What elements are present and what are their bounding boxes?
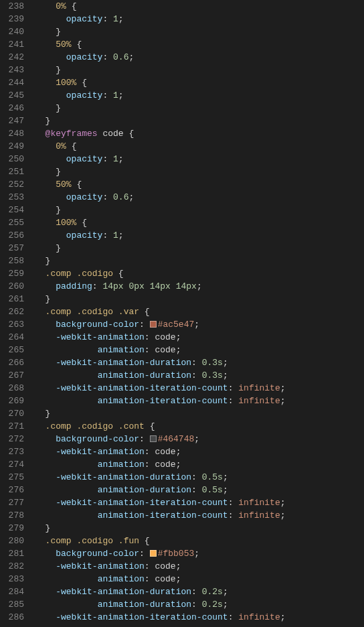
line-number: 247 [0,115,24,127]
line-number: 248 [0,127,24,140]
line-number: 286 [0,611,24,624]
line-number: 284 [0,585,24,598]
code-line[interactable]: } [35,25,364,38]
code-line[interactable]: } [35,102,364,115]
line-number: 282 [0,560,24,573]
line-number: 257 [0,242,24,255]
code-line[interactable]: 0% { [35,0,364,13]
line-number: 243 [0,64,24,76]
code-line[interactable]: } [35,293,364,305]
line-number: 242 [0,51,24,64]
code-line[interactable]: opacity: 0.6; [35,191,364,204]
code-line[interactable]: -webkit-animation-iteration-count: infin… [35,496,364,509]
line-number: 266 [0,356,24,369]
line-number: 245 [0,89,24,102]
line-number: 240 [0,25,24,38]
line-number: 276 [0,484,24,496]
line-number: 268 [0,382,24,395]
line-number: 250 [0,153,24,165]
code-line[interactable]: } [35,522,364,535]
code-line[interactable]: background-color: #ac5e47; [35,318,364,331]
code-line[interactable]: -webkit-animation-duration: 0.2s; [35,585,364,598]
line-number: 274 [0,458,24,471]
code-line[interactable]: animation-duration: 0.5s; [35,484,364,496]
line-number: 285 [0,598,24,611]
line-number: 270 [0,407,24,420]
code-line[interactable]: 50% { [35,178,364,191]
line-number: 239 [0,13,24,25]
code-line[interactable]: animation-duration: 0.3s; [35,369,364,382]
code-line[interactable]: 100% { [35,76,364,89]
code-line[interactable]: -webkit-animation-duration: 0.3s; [35,356,364,369]
line-number: 251 [0,165,24,178]
code-line[interactable]: opacity: 1; [35,89,364,102]
line-number: 275 [0,471,24,484]
line-number: 256 [0,229,24,242]
line-number: 263 [0,318,24,331]
code-line[interactable]: animation-iteration-count: infinite; [35,395,364,407]
code-line[interactable]: -webkit-animation: code; [35,331,364,344]
line-number: 244 [0,76,24,89]
code-line[interactable]: .comp .codigo { [35,267,364,280]
line-number: 277 [0,496,24,509]
code-line[interactable]: 50% { [35,38,364,51]
line-number: 278 [0,509,24,522]
code-line[interactable]: } [35,165,364,178]
line-number: 262 [0,305,24,318]
code-line[interactable]: } [35,204,364,216]
code-line[interactable]: background-color: #464748; [35,433,364,445]
line-number: 255 [0,216,24,229]
code-line[interactable]: } [35,64,364,76]
code-line[interactable]: animation: code; [35,344,364,356]
line-number: 252 [0,178,24,191]
code-line[interactable]: .comp .codigo .cont { [35,420,364,433]
code-line[interactable]: animation-duration: 0.2s; [35,598,364,611]
line-number: 273 [0,445,24,458]
color-swatch [150,321,157,328]
line-number: 283 [0,573,24,585]
code-line[interactable]: animation: code; [35,458,364,471]
code-line[interactable]: -webkit-animation-duration: 0.5s; [35,471,364,484]
line-number: 254 [0,204,24,216]
code-line[interactable]: opacity: 1; [35,229,364,242]
code-line[interactable]: } [35,407,364,420]
line-number: 280 [0,535,24,547]
line-number: 249 [0,140,24,153]
line-number: 272 [0,433,24,445]
code-line[interactable]: 0% { [35,140,364,153]
code-line[interactable]: } [35,115,364,127]
line-number-gutter: 2382392402412422432442452462472482492502… [0,0,32,627]
code-line[interactable]: .comp .codigo .var { [35,305,364,318]
code-area[interactable]: 0% { opacity: 1; } 50% { opacity: 0.6; }… [32,0,364,627]
code-line[interactable]: -webkit-animation: code; [35,445,364,458]
code-line[interactable]: -webkit-animation: code; [35,560,364,573]
line-number: 279 [0,522,24,535]
line-number: 260 [0,280,24,293]
line-number: 241 [0,38,24,51]
line-number: 259 [0,267,24,280]
code-line[interactable]: } [35,242,364,255]
code-line[interactable]: -webkit-animation-iteration-count: infin… [35,382,364,395]
code-line[interactable]: 100% { [35,216,364,229]
code-line[interactable]: background-color: #fbb053; [35,547,364,560]
line-number: 264 [0,331,24,344]
code-line[interactable]: animation: code; [35,573,364,585]
line-number: 246 [0,102,24,115]
code-line[interactable]: .comp .codigo .fun { [35,535,364,547]
code-line[interactable]: opacity: 1; [35,13,364,25]
line-number: 265 [0,344,24,356]
line-number: 261 [0,293,24,305]
line-number: 258 [0,255,24,267]
line-number: 269 [0,395,24,407]
code-line[interactable]: opacity: 0.6; [35,51,364,64]
code-line[interactable]: opacity: 1; [35,153,364,165]
code-line[interactable]: animation-iteration-count: infinite; [35,509,364,522]
code-line[interactable]: } [35,255,364,267]
line-number: 267 [0,369,24,382]
code-editor[interactable]: 2382392402412422432442452462472482492502… [0,0,364,627]
code-line[interactable]: @keyframes code { [35,127,364,140]
code-line[interactable]: padding: 14px 0px 14px 14px; [35,280,364,293]
line-number: 281 [0,547,24,560]
code-line[interactable]: -webkit-animation-iteration-count: infin… [35,611,364,624]
color-swatch [150,550,157,557]
